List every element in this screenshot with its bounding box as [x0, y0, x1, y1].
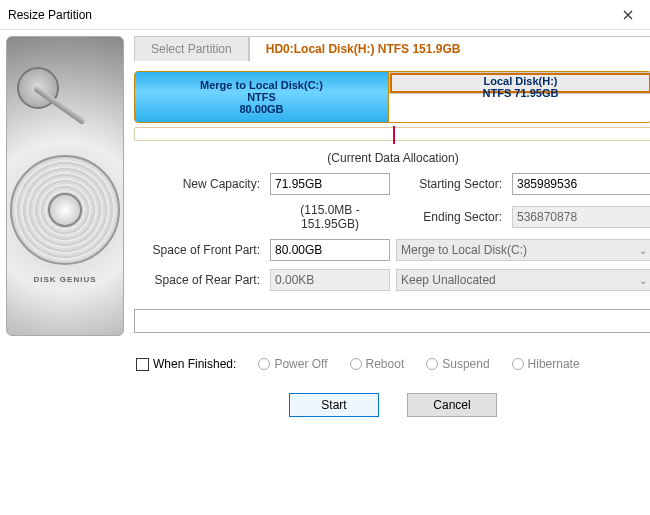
hdd-hub-icon: [48, 193, 82, 227]
segment-size: 80.00GB: [239, 103, 283, 115]
segment-fs: NTFS: [247, 91, 276, 103]
rear-part-select-value: Keep Unallocated: [401, 273, 496, 287]
when-finished-label: When Finished:: [153, 357, 236, 371]
radio-icon: [426, 358, 438, 370]
new-capacity-label: New Capacity:: [134, 177, 264, 191]
new-capacity-input[interactable]: [270, 173, 390, 195]
radio-icon: [512, 358, 524, 370]
segment-fs: NTFS 71.95GB: [483, 87, 559, 99]
slider-handle-icon[interactable]: [393, 126, 395, 144]
capacity-range-hint: (115.0MB - 151.95GB): [270, 203, 390, 231]
partition-segment-h[interactable]: Local Disk(H:) NTFS 71.95GB: [389, 72, 650, 94]
radio-hibernate: Hibernate: [512, 357, 580, 371]
chevron-down-icon: ⌄: [639, 275, 647, 286]
progress-bar: [134, 309, 650, 333]
rear-part-select[interactable]: Keep Unallocated ⌄: [396, 269, 650, 291]
ending-sector-label: Ending Sector:: [396, 210, 506, 224]
resize-slider[interactable]: [134, 127, 650, 141]
allocation-caption: (Current Data Allocation): [134, 151, 650, 165]
front-part-input[interactable]: [270, 239, 390, 261]
tab-current-partition[interactable]: HD0:Local Disk(H:) NTFS 151.9GB: [249, 36, 650, 62]
partition-map[interactable]: Merge to Local Disk(C:) NTFS 80.00GB Loc…: [134, 71, 650, 123]
close-button[interactable]: [605, 0, 650, 30]
cancel-button[interactable]: Cancel: [407, 393, 497, 417]
chevron-down-icon: ⌄: [639, 245, 647, 256]
tab-strip: Select Partition HD0:Local Disk(H:) NTFS…: [134, 36, 650, 61]
radio-power-off: Power Off: [258, 357, 327, 371]
rear-part-label: Space of Rear Part:: [134, 273, 264, 287]
when-finished-checkbox[interactable]: When Finished:: [136, 357, 236, 371]
front-part-label: Space of Front Part:: [134, 243, 264, 257]
front-part-select[interactable]: Merge to Local Disk(C:) ⌄: [396, 239, 650, 261]
partition-segment-merge-c[interactable]: Merge to Local Disk(C:) NTFS 80.00GB: [135, 72, 389, 122]
branding-sidebar: DISK GENIUS: [0, 30, 130, 515]
checkbox-icon: [136, 358, 149, 371]
close-icon: [623, 10, 633, 20]
starting-sector-input[interactable]: [512, 173, 650, 195]
segment-title: Merge to Local Disk(C:): [200, 79, 323, 91]
hdd-illustration: DISK GENIUS: [6, 36, 124, 336]
brand-label: DISK GENIUS: [33, 275, 96, 284]
window-title: Resize Partition: [8, 8, 92, 22]
tab-select-partition[interactable]: Select Partition: [134, 36, 249, 61]
ending-sector-input: [512, 206, 650, 228]
rear-part-input[interactable]: [270, 269, 390, 291]
starting-sector-label: Starting Sector:: [396, 177, 506, 191]
radio-icon: [350, 358, 362, 370]
hdd-arm-icon: [17, 67, 73, 123]
radio-suspend: Suspend: [426, 357, 489, 371]
radio-icon: [258, 358, 270, 370]
segment-title: Local Disk(H:): [484, 75, 558, 87]
radio-reboot: Reboot: [350, 357, 405, 371]
start-button[interactable]: Start: [289, 393, 379, 417]
front-part-select-value: Merge to Local Disk(C:): [401, 243, 527, 257]
